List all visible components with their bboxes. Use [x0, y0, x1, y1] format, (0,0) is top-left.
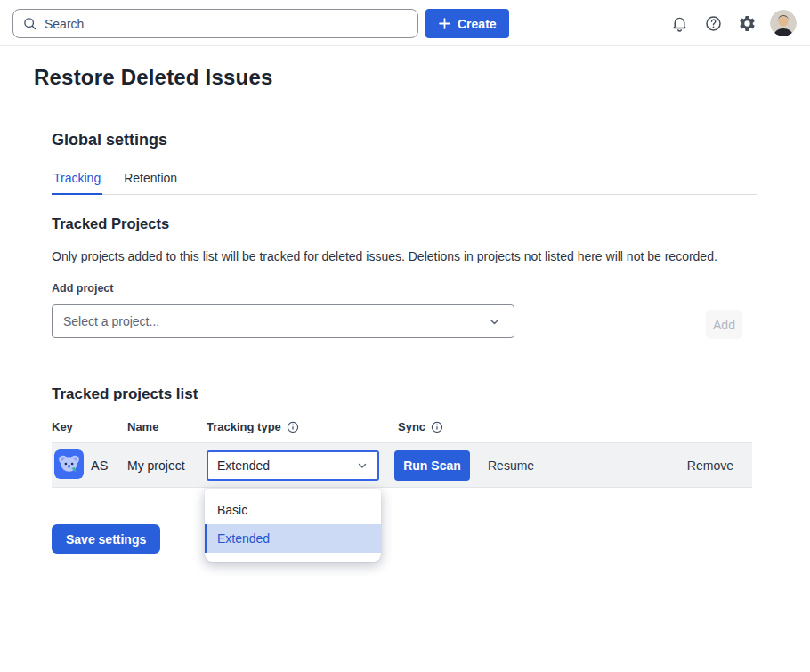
search-icon	[22, 16, 37, 31]
topbar: Create	[0, 0, 810, 46]
project-select[interactable]: Select a project...	[52, 304, 514, 338]
info-icon[interactable]	[431, 421, 443, 433]
notifications-button[interactable]	[668, 12, 690, 34]
tab-retention[interactable]: Retention	[122, 171, 179, 194]
global-settings-heading: Global settings	[52, 131, 167, 150]
project-select-placeholder: Select a project...	[63, 314, 159, 328]
tracking-type-dropdown: Basic Extended	[205, 489, 381, 562]
tracked-projects-heading: Tracked Projects	[52, 215, 169, 232]
tab-tracking[interactable]: Tracking	[52, 171, 102, 195]
chevron-down-icon	[356, 459, 369, 472]
chevron-down-icon	[488, 315, 501, 328]
column-sync: Sync	[398, 420, 443, 433]
restore-deleted-issues-page: Create Restore Deleted I	[0, 0, 810, 672]
bell-icon	[670, 14, 689, 33]
page-title: Restore Deleted Issues	[34, 65, 273, 90]
project-name: My project	[127, 443, 185, 487]
tracked-projects-list-heading: Tracked projects list	[52, 385, 198, 403]
resume-link[interactable]: Resume	[488, 443, 534, 487]
column-key: Key	[52, 420, 73, 433]
column-tracking-type-label: Tracking type	[207, 420, 281, 433]
save-settings-button[interactable]: Save settings	[52, 524, 160, 554]
run-scan-button[interactable]: Run Scan	[394, 450, 470, 481]
settings-button[interactable]	[736, 12, 757, 34]
help-icon	[704, 14, 723, 33]
dropdown-option-extended[interactable]: Extended	[205, 524, 381, 553]
column-sync-label: Sync	[398, 420, 425, 433]
help-button[interactable]	[702, 12, 724, 34]
column-tracking-type: Tracking type	[207, 420, 299, 433]
project-key: AS	[91, 443, 108, 487]
user-avatar[interactable]	[770, 10, 797, 36]
project-avatar-icon	[54, 449, 84, 479]
search-box[interactable]	[12, 9, 418, 38]
create-button[interactable]: Create	[425, 9, 509, 38]
search-input[interactable]	[45, 17, 409, 31]
tracking-type-value: Extended	[217, 458, 270, 473]
info-icon[interactable]	[287, 421, 299, 433]
add-project-label: Add project	[52, 282, 113, 295]
table-row: AS My project Extended Run Scan Resume R…	[52, 442, 752, 488]
create-button-label: Create	[458, 17, 497, 31]
remove-link[interactable]: Remove	[687, 443, 733, 487]
tracked-projects-description: Only projects added to this list will be…	[52, 249, 764, 263]
gear-icon	[738, 14, 757, 33]
settings-tabs: Tracking Retention	[52, 171, 757, 195]
dropdown-option-basic[interactable]: Basic	[205, 496, 381, 524]
tracking-type-select[interactable]: Extended	[207, 450, 379, 481]
topbar-icons	[668, 0, 797, 46]
add-project-button[interactable]: Add	[706, 310, 742, 339]
plus-icon	[438, 17, 451, 30]
column-name: Name	[127, 420, 158, 433]
table-header: Key Name Tracking type Sync	[0, 420, 810, 436]
